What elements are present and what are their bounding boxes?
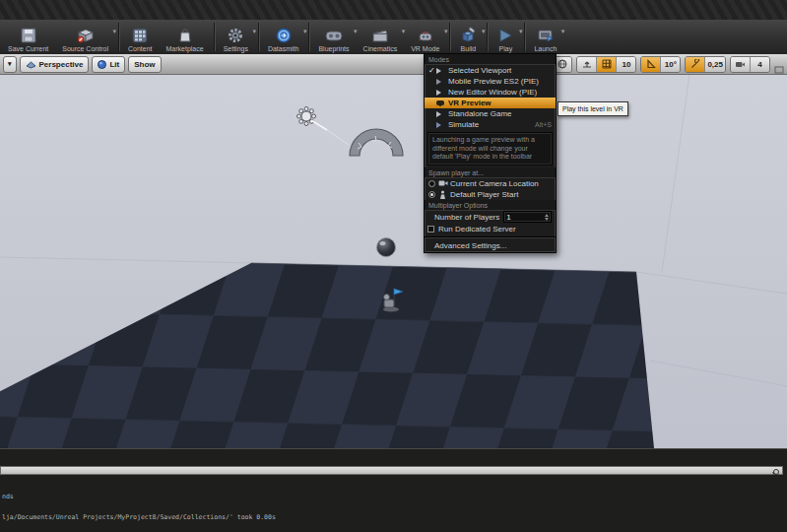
dropdown-caret-icon[interactable]: ▾ [444,28,448,35]
standalone-play-icon [436,111,441,117]
viewport-toolbar: ▾ Perspective Lit Show [0,54,787,75]
gear-icon [227,26,244,44]
radio-unselected-icon [428,180,435,187]
content-label: Content [128,45,153,52]
lit-label: Lit [109,60,119,69]
menu-item-vr-preview[interactable]: VR Preview [425,98,556,108]
show-button[interactable]: Show [128,56,161,73]
marketplace-icon [176,26,194,44]
dropdown-caret-icon[interactable]: ▾ [112,28,116,35]
launch-button[interactable]: Launch ▾ [528,20,564,54]
save-icon [20,26,37,44]
menu-item-selected-viewport[interactable]: ✓ Selected Viewport [425,65,556,76]
simulate-shortcut: Alt+S [535,121,552,128]
spinner-icon[interactable] [545,214,549,221]
multiplayer-section-header: Multiplayer Options [425,200,556,211]
unreal-editor-window: Save Current Source Control ▾ Content Ma… [0,0,787,532]
blueprints-label: Blueprints [318,45,349,52]
cinematics-label: Cinematics [363,45,398,52]
menu-item-simulate[interactable]: Simulate Alt+S [425,119,556,130]
source-control-label: Source Control [62,45,108,52]
surface-snap-button[interactable] [577,57,597,72]
content-button[interactable]: Content [122,20,161,54]
tab-well [0,0,787,21]
dropdown-caret-icon[interactable]: ▾ [303,28,307,35]
vr-mode-label: VR Mode [411,45,439,52]
cinematics-button[interactable]: Cinematics ▾ [358,20,406,54]
source-control-button[interactable]: Source Control ▾ [56,20,116,54]
scale-snap-toggle[interactable] [686,57,705,72]
scale-snap-value[interactable]: 0,25 [705,57,725,72]
toolbar-separator [524,23,526,51]
datasmith-label: Datasmith [268,45,299,52]
menu-item-standalone-game[interactable]: Standalone Game [425,108,556,119]
dropdown-caret-icon[interactable]: ▾ [561,28,565,35]
advanced-settings-item[interactable]: Advanced Settings... [425,240,556,252]
save-current-button[interactable]: Save Current [2,20,56,54]
toolbar-separator [449,23,451,51]
scene-render: z y x [0,75,787,448]
vr-headset-icon [416,26,435,44]
number-of-players-label: Number of Players [434,213,499,222]
vr-headset-icon [436,100,444,105]
launch-icon [536,26,556,44]
dropdown-caret-icon[interactable]: ▾ [519,28,523,35]
camera-icon [438,179,448,187]
dropdown-caret-icon[interactable]: ▾ [252,28,256,35]
toolbar-separator [258,23,260,51]
play-button[interactable]: Play ▾ [491,20,522,54]
player-start-icon [438,190,447,199]
spawn-option-default-player-start[interactable]: Default Player Start [425,189,556,200]
maximize-viewport-icon[interactable] [774,60,784,68]
show-label: Show [134,60,155,69]
grid-snap-toggle[interactable] [597,57,617,72]
perspective-icon [26,60,36,69]
menu-divider [425,236,556,238]
marketplace-button[interactable]: Marketplace [160,20,211,54]
build-icon [459,26,477,44]
vr-mode-button[interactable]: VR Mode ▾ [405,20,447,54]
number-of-players-row: Number of Players 1 [425,211,556,224]
viewport-canvas[interactable]: z y x [0,75,787,448]
checkbox-unchecked-icon[interactable] [427,226,434,233]
camera-speed-button[interactable] [731,57,751,72]
menu-item-new-editor-window[interactable]: New Editor Window (PIE) [425,87,556,98]
toolbar-separator [308,23,310,51]
settings-button[interactable]: Settings ▾ [218,20,256,54]
level-viewport[interactable]: ▾ Perspective Lit Show [0,54,787,448]
toolbar-separator [487,23,489,51]
surface-snap-icon [582,59,592,69]
grid-snap-value[interactable]: 10 [617,57,635,72]
perspective-button[interactable]: Perspective [20,56,90,73]
camera-speed-value[interactable]: 4 [751,57,769,72]
number-of-players-input[interactable]: 1 [503,211,552,223]
rotation-snap-group: 10° [640,56,681,73]
lit-button[interactable]: Lit [92,56,125,73]
check-icon: ✓ [428,65,436,76]
play-options-menu: Modes ✓ Selected Viewport Mobile Preview… [424,53,557,253]
output-log-panel: nds lja/Documents/Unreal Projects/MyProj… [0,448,787,532]
rotation-snap-value[interactable]: 10° [661,57,680,72]
save-current-label: Save Current [8,45,48,52]
menu-item-mobile-preview[interactable]: Mobile Preview ES2 (PIE) [425,76,556,87]
datasmith-button[interactable]: Datasmith ▾ [262,20,307,54]
radio-selected-icon [428,191,435,198]
datasmith-icon [275,26,293,44]
scale-snap-group: 0,25 [685,56,726,73]
build-button[interactable]: Build ▾ [453,20,485,54]
mobile-preview-icon [436,79,441,85]
spawn-option-camera-location[interactable]: Current Camera Location [425,178,556,189]
dropdown-caret-icon[interactable]: ▾ [482,28,486,35]
run-dedicated-server-row[interactable]: Run Dedicated Server [425,224,556,234]
advanced-settings-label: Advanced Settings... [434,241,506,250]
launch-label: Launch [534,45,557,52]
play-label: Play [499,45,513,52]
viewport-options-button[interactable]: ▾ [3,56,17,73]
rotation-snap-toggle[interactable] [641,57,661,72]
toolbar-separator [214,23,216,51]
console-search-bar[interactable] [0,466,783,475]
blueprints-button[interactable]: Blueprints ▾ [312,20,357,54]
perspective-label: Perspective [39,60,84,69]
globe-icon [557,59,567,69]
sphere-sprite [377,238,396,257]
